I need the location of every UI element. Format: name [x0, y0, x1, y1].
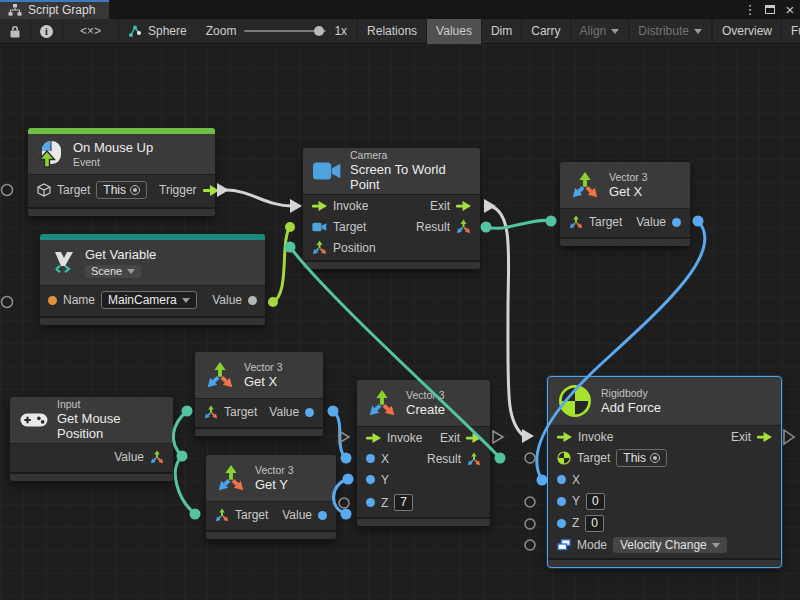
node-get-y[interactable]: Vector 3 Get Y Target Value: [206, 455, 336, 539]
target-this-chip[interactable]: This: [616, 449, 667, 467]
wire-end-arrow[interactable]: [522, 429, 534, 443]
unconnected-exit-port[interactable]: [784, 430, 794, 444]
node-on-mouse-up[interactable]: On Mouse Up Event Target This Trigger: [28, 128, 215, 216]
y-port[interactable]: [557, 497, 566, 506]
unconnected-port[interactable]: [525, 497, 535, 507]
result-port-label: Result: [427, 452, 461, 466]
z-value-input[interactable]: 0: [585, 515, 604, 532]
variable-scope-dropdown[interactable]: Scene: [85, 265, 141, 278]
vector3-port-icon[interactable]: [312, 240, 327, 255]
value-port[interactable]: [318, 511, 327, 520]
exit-port-label: Exit: [440, 431, 460, 445]
unconnected-port[interactable]: [525, 453, 535, 463]
unconnected-invoke-port[interactable]: [339, 431, 349, 443]
wire-port-dot[interactable]: [495, 453, 506, 464]
node-create-vector3[interactable]: Vector 3 Create Invoke Exit X Result: [357, 380, 490, 526]
wire-start-arrow[interactable]: [217, 183, 229, 197]
node-footer: [560, 237, 690, 246]
name-port[interactable]: [48, 296, 57, 305]
wire-port-dot[interactable]: [328, 406, 339, 417]
object-picker-icon[interactable]: [130, 185, 140, 195]
exit-arrow-icon[interactable]: [466, 433, 481, 443]
z-port[interactable]: [557, 519, 566, 528]
exit-arrow-icon[interactable]: [456, 201, 471, 211]
node-screen-to-world-point[interactable]: Camera Screen To World Point Invoke Exit…: [303, 148, 480, 269]
node-get-variable[interactable]: Get Variable Scene Name MainCamera Value: [40, 234, 265, 325]
invoke-arrow-icon[interactable]: [312, 201, 327, 211]
close-icon[interactable]: ×: [780, 0, 800, 19]
zoom-slider-handle[interactable]: [314, 26, 324, 36]
wire-port-dot[interactable]: [481, 222, 492, 233]
z-value-input[interactable]: 7: [394, 494, 413, 511]
align-button[interactable]: Align: [571, 19, 630, 44]
vector3-port-icon[interactable]: [467, 452, 481, 466]
rigidbody-port-icon[interactable]: [557, 451, 571, 465]
y-value-input[interactable]: 0: [586, 493, 605, 510]
wire-port-dot[interactable]: [343, 474, 354, 485]
wire-port-dot[interactable]: [285, 222, 295, 232]
exit-arrow-icon[interactable]: [757, 432, 772, 442]
wire-port-dot[interactable]: [190, 509, 201, 520]
maximize-icon[interactable]: [760, 0, 780, 19]
enum-icon[interactable]: [557, 539, 571, 551]
x-port[interactable]: [557, 475, 566, 484]
vector3-port-icon[interactable]: [204, 405, 218, 419]
unconnected-exit-port[interactable]: [493, 431, 503, 443]
value-port[interactable]: [248, 296, 257, 305]
node-add-force[interactable]: Rigidbody Add Force Invoke Exit Target: [548, 377, 781, 567]
wire-port-dot[interactable]: [537, 475, 548, 486]
node-get-x-mid[interactable]: Vector 3 Get X Target Value: [195, 352, 323, 436]
value-port[interactable]: [672, 218, 681, 227]
tab-script-graph[interactable]: Script Graph: [0, 0, 109, 19]
wire-exit-to-invoke: [490, 206, 524, 436]
trigger-arrow-icon[interactable]: [203, 185, 219, 196]
unconnected-port[interactable]: [2, 297, 13, 308]
wire-port-dot[interactable]: [546, 216, 557, 227]
object-picker-icon[interactable]: [650, 453, 660, 463]
wire-port-dot[interactable]: [182, 406, 193, 417]
value-port[interactable]: [305, 408, 314, 417]
vector3-port-icon[interactable]: [150, 450, 164, 464]
node-get-mouse-position[interactable]: Input Get Mouse Position Value: [10, 397, 173, 481]
dim-button[interactable]: Dim: [482, 19, 522, 44]
vector3-port-icon[interactable]: [215, 508, 229, 522]
vector3-port-icon[interactable]: [456, 219, 471, 234]
z-port[interactable]: [366, 498, 375, 507]
wire-port-dot[interactable]: [285, 242, 296, 253]
x-port[interactable]: [366, 454, 375, 463]
node-get-x-top[interactable]: Vector 3 Get X Target Value: [560, 162, 690, 246]
y-port[interactable]: [366, 475, 375, 484]
wire-port-dot[interactable]: [177, 451, 188, 462]
distribute-button[interactable]: Distribute: [629, 19, 712, 44]
unconnected-port[interactable]: [525, 519, 535, 529]
wire-port-dot[interactable]: [693, 216, 704, 227]
wire-port-dot[interactable]: [268, 297, 278, 307]
z-port-label: Z: [572, 516, 579, 530]
wire-port-dot[interactable]: [341, 453, 352, 464]
mode-dropdown[interactable]: Velocity Change: [613, 537, 727, 553]
breakpoint-button[interactable]: <×>: [63, 19, 119, 44]
variable-name-dropdown[interactable]: MainCamera: [101, 291, 197, 309]
zoom-slider[interactable]: [244, 30, 326, 32]
carry-button[interactable]: Carry: [522, 19, 570, 44]
target-this-chip[interactable]: This: [96, 181, 147, 199]
window-menu-icon[interactable]: ⋮: [740, 0, 760, 19]
fullscreen-button[interactable]: Full Screen: [782, 19, 800, 44]
invoke-arrow-icon[interactable]: [366, 433, 381, 443]
values-button[interactable]: Values: [427, 19, 482, 44]
relations-button[interactable]: Relations: [357, 19, 427, 44]
invoke-arrow-icon[interactable]: [557, 432, 572, 442]
camera-port-icon[interactable]: [312, 222, 327, 232]
vector3-port-icon[interactable]: [569, 215, 583, 229]
wire-port-dot[interactable]: [341, 509, 352, 520]
unconnected-port[interactable]: [525, 540, 535, 550]
graph-canvas[interactable]: On Mouse Up Event Target This Trigger: [0, 44, 800, 600]
graph-context-button[interactable]: Sphere: [119, 19, 196, 44]
info-button[interactable]: i: [31, 19, 63, 44]
wire-end-arrow[interactable]: [290, 199, 302, 213]
overview-button[interactable]: Overview: [712, 19, 782, 44]
lock-button[interactable]: [0, 19, 31, 44]
unconnected-port[interactable]: [339, 498, 349, 508]
wire-start-arrow[interactable]: [484, 199, 496, 213]
unconnected-port[interactable]: [2, 185, 13, 196]
